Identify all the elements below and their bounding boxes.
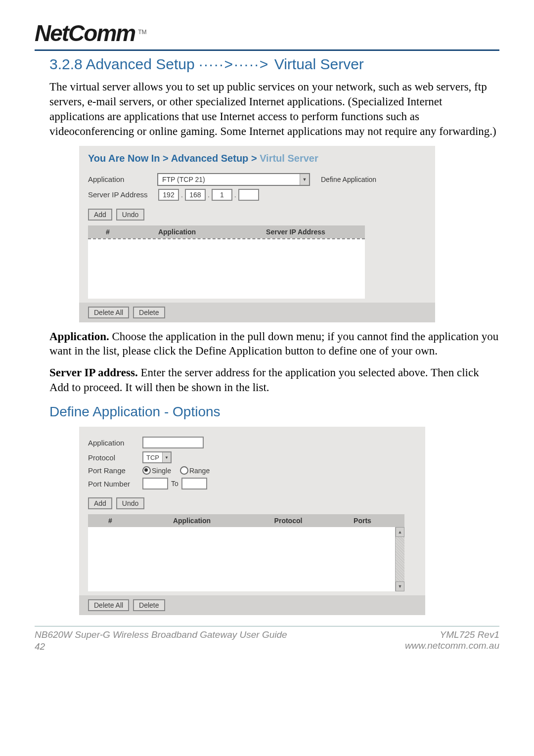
define-application-panel: Application Protocol TCP ▼ Port Range Si… <box>79 427 425 615</box>
scroll-down-icon[interactable]: ▼ <box>396 581 404 591</box>
port-range-label: Port Range <box>88 466 142 475</box>
dot-icon: . <box>233 191 237 199</box>
application-paragraph-bold: Application. <box>49 330 109 343</box>
protocol-label: Protocol <box>88 453 142 462</box>
delete-all-button[interactable]: Delete All <box>88 599 129 611</box>
add-button[interactable]: Add <box>88 497 112 509</box>
application-select-value: FTP (TCP 21) <box>158 176 300 183</box>
range-radio-label: Range <box>189 467 210 475</box>
application-paragraph-rest: Choose the application in the pull down … <box>49 330 498 357</box>
col-index: # <box>88 514 133 527</box>
ip-octet-2[interactable]: 168 <box>185 189 206 201</box>
col-application: Application <box>128 225 226 238</box>
dot-icon: . <box>207 191 211 199</box>
scroll-track[interactable] <box>396 537 404 581</box>
section-part-b: Virtual Server <box>274 56 364 72</box>
undo-button[interactable]: Undo <box>116 497 144 509</box>
col-index: # <box>88 225 128 238</box>
ip-octet-1[interactable]: 192 <box>158 189 179 201</box>
page-number: 42 <box>35 641 287 652</box>
chevron-down-icon[interactable]: ▼ <box>162 452 171 462</box>
section-title: 3.2.8 Advanced Setup ·····>·····> Virtua… <box>49 56 499 73</box>
define-application-link[interactable]: Define Application <box>321 176 376 183</box>
server-ip-paragraph-bold: Server IP address. <box>49 366 138 379</box>
port-number-label: Port Number <box>88 480 142 488</box>
footer-guide: NB620W Super-G Wireless Broadband Gatewa… <box>35 629 287 640</box>
application-paragraph: Application. Choose the application in t… <box>49 329 499 359</box>
delete-button[interactable]: Delete <box>133 599 165 611</box>
application-select[interactable]: FTP (TCP 21) ▼ <box>157 173 310 186</box>
application-label: Application <box>88 175 157 183</box>
undo-button[interactable]: Undo <box>116 209 144 221</box>
port-from-input[interactable] <box>142 478 168 489</box>
protocol-select[interactable]: TCP ▼ <box>142 451 172 463</box>
section-number: 3.2.8 <box>49 56 83 72</box>
ip-octet-4[interactable] <box>238 189 259 201</box>
virtual-server-table: # Application Server IP Address <box>88 225 365 299</box>
single-radio[interactable] <box>142 466 151 475</box>
brand-logo: NetComm <box>35 20 135 46</box>
footer-url: www.netcomm.com.au <box>405 640 499 651</box>
breadcrumb-prefix: You Are Now In > <box>88 153 169 164</box>
scroll-up-icon[interactable]: ▲ <box>396 527 404 537</box>
breadcrumb-mid: Advanced Setup > <box>171 153 257 164</box>
chevron-down-icon[interactable]: ▼ <box>300 174 309 185</box>
table-body-empty <box>88 527 395 591</box>
breadcrumb-leaf: Virtul Server <box>260 153 318 164</box>
table-body-empty <box>88 238 365 299</box>
server-ip-paragraph: Server IP address. Enter the server addr… <box>49 365 499 395</box>
ip-octet-3[interactable]: 1 <box>212 189 232 201</box>
intro-paragraph: The virtual server allows you to set up … <box>49 80 499 139</box>
define-application-table: # Application Protocol Ports ▲ ▼ <box>88 514 404 591</box>
server-ip-label: Server IP Address <box>88 190 157 199</box>
add-button[interactable]: Add <box>88 209 112 221</box>
dot-icon: . <box>180 191 184 199</box>
range-radio[interactable] <box>180 466 188 475</box>
single-radio-label: Single <box>152 467 171 475</box>
delete-button[interactable]: Delete <box>133 307 165 318</box>
define-application-input[interactable] <box>142 437 204 448</box>
define-application-heading: Define Application - Options <box>49 404 499 420</box>
to-label: To <box>171 480 178 488</box>
col-protocol: Protocol <box>251 514 325 527</box>
breadcrumb: You Are Now In > Advanced Setup > Virtul… <box>88 153 426 164</box>
port-to-input[interactable] <box>181 478 207 489</box>
divider-top <box>35 49 499 51</box>
virtual-server-panel: You Are Now In > Advanced Setup > Virtul… <box>79 146 435 322</box>
delete-all-button[interactable]: Delete All <box>88 307 129 318</box>
vertical-scrollbar[interactable]: ▲ ▼ <box>395 527 404 591</box>
section-part-a: Advanced Setup <box>86 56 194 72</box>
col-application: Application <box>133 514 251 527</box>
breadcrumb-dots-icon: ·····>·····> <box>199 56 274 72</box>
divider-bottom <box>35 626 499 626</box>
trademark: TM <box>138 29 146 36</box>
protocol-value: TCP <box>143 454 162 461</box>
col-ports: Ports <box>325 514 400 527</box>
footer-rev: YML725 Rev1 <box>405 629 499 640</box>
col-server-ip: Server IP Address <box>226 225 365 238</box>
define-application-label: Application <box>88 439 142 447</box>
